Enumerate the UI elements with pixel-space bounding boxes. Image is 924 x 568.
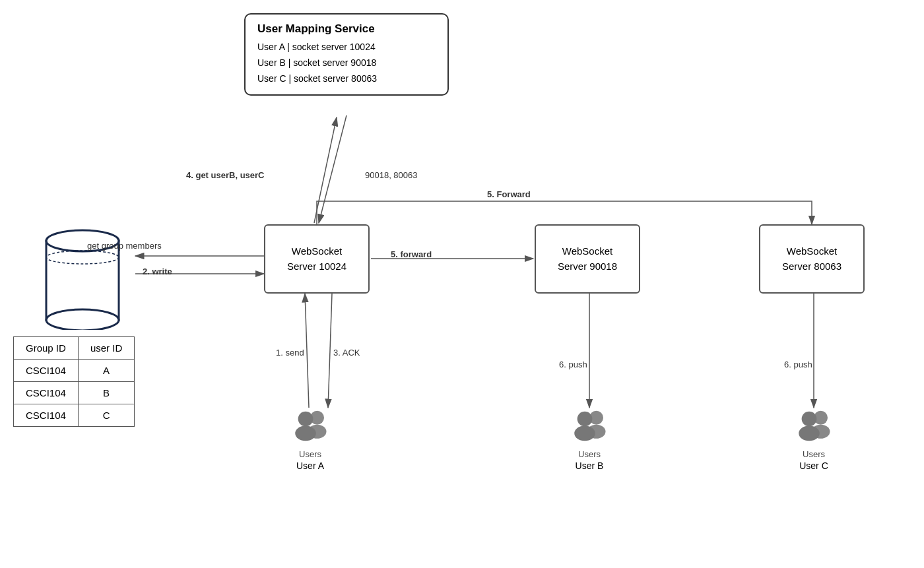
table-row-3-group: CSCI104 (14, 404, 79, 427)
user-a-icon (287, 408, 333, 444)
user-b-group: Users User B (566, 408, 612, 471)
table-row-2-user: B (78, 382, 134, 404)
label-write: 2. write (143, 267, 172, 276)
svg-line-3 (314, 117, 337, 223)
svg-point-17 (298, 412, 314, 427)
diagram-container: User Mapping Service User A | socket ser… (0, 0, 924, 568)
ws-90018-label: WebSocketServer 90018 (558, 244, 617, 274)
svg-point-21 (578, 412, 593, 427)
svg-point-26 (799, 426, 820, 441)
user-a-group: Users User A (287, 408, 333, 471)
user-b-icon (566, 408, 612, 444)
user-c-group: Users User C (791, 408, 837, 471)
table-header-group: Group ID (14, 337, 79, 360)
svg-point-22 (574, 426, 595, 441)
user-b-name: User B (566, 460, 612, 471)
label-get-group-members: get group members (87, 241, 162, 251)
svg-point-12 (46, 309, 119, 330)
ums-entry-2: User C | socket server 80063 (257, 71, 436, 87)
db-svg (40, 218, 125, 330)
table-row-3-user: C (78, 404, 134, 427)
label-push-6a: 6. push (559, 360, 587, 369)
user-a-icon-label: Users (287, 449, 333, 459)
svg-line-8 (328, 294, 332, 408)
ws-server-80063: WebSocketServer 80063 (759, 224, 865, 294)
label-forward-5b: 5. Forward (487, 189, 531, 199)
svg-line-7 (305, 294, 309, 408)
svg-point-25 (802, 412, 817, 427)
table-row-1-group: CSCI104 (14, 360, 79, 382)
user-a-name: User A (287, 460, 333, 471)
table-row-2-group: CSCI104 (14, 382, 79, 404)
label-ack-3: 3. ACK (333, 348, 360, 358)
user-b-icon-label: Users (566, 449, 612, 459)
ws-server-10024: WebSocketServer 10024 (264, 224, 370, 294)
ws-80063-label: WebSocketServer 80063 (782, 244, 842, 274)
svg-point-18 (295, 426, 316, 441)
table-row-1-user: A (78, 360, 134, 382)
database-cylinder (40, 218, 125, 330)
label-90018-80063: 90018, 80063 (365, 170, 418, 180)
svg-line-2 (319, 115, 346, 223)
table-header-user: user ID (78, 337, 134, 360)
user-c-icon (791, 408, 837, 444)
ws-10024-label: WebSocketServer 10024 (287, 244, 346, 274)
db-table: Group ID user ID CSCI104 A CSCI104 B CSC… (13, 336, 135, 427)
user-c-name: User C (791, 460, 837, 471)
ums-entry-0: User A | socket server 10024 (257, 40, 436, 55)
ums-box: User Mapping Service User A | socket ser… (244, 13, 449, 96)
user-c-icon-label: Users (791, 449, 837, 459)
label-push-6b: 6. push (784, 360, 812, 369)
label-get-userb: 4. get userB, userC (186, 170, 265, 180)
ums-entry-1: User B | socket server 90018 (257, 55, 436, 71)
ws-server-90018: WebSocketServer 90018 (535, 224, 640, 294)
ums-title: User Mapping Service (257, 22, 436, 36)
label-send-1: 1. send (276, 348, 304, 358)
label-forward-5: 5. forward (391, 249, 432, 259)
